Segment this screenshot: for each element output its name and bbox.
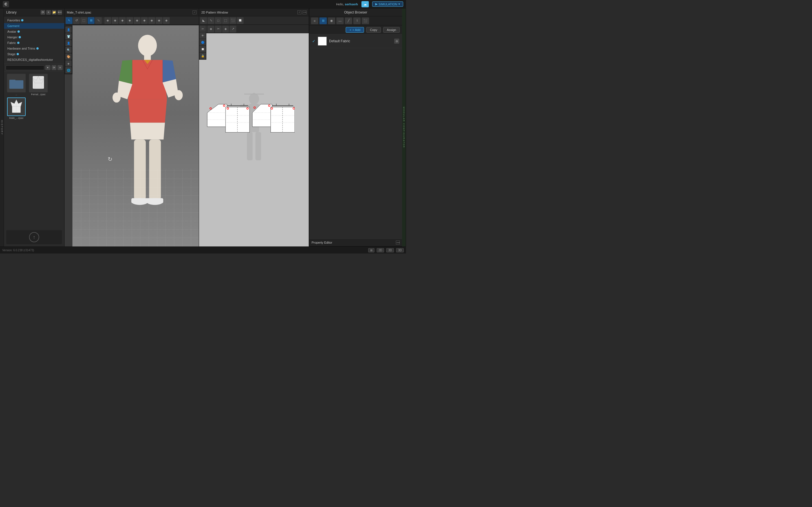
ob-import[interactable]: ⬛ — [362, 17, 369, 24]
library-folder-btn[interactable]: 📁 — [52, 10, 56, 15]
viewport-expand-btn[interactable]: ⤢ — [193, 10, 197, 14]
ob-separator1[interactable]: — — [336, 17, 344, 24]
tool-2[interactable]: ◈ — [112, 17, 118, 24]
fabric-item[interactable]: ✓ Default Fabric ⚙ — [309, 34, 402, 48]
pattern-expand-btn[interactable]: ⤢ — [297, 10, 301, 14]
list-view-btn[interactable]: ≡ — [57, 65, 63, 70]
ptool-5[interactable]: ⬛ — [230, 17, 236, 24]
sidebar-item-favorites[interactable]: Favorites — [4, 17, 64, 23]
tool-4[interactable]: ◈ — [126, 17, 133, 24]
tool-5[interactable]: ◈ — [134, 17, 140, 24]
ptool-23[interactable]: ✂ — [215, 25, 221, 33]
tool-rotate[interactable]: ↺ — [73, 17, 80, 24]
tool-select-rect[interactable]: ⬚ — [80, 17, 87, 24]
3d-btn-2[interactable]: 3D — [396, 248, 404, 252]
fabric-check: ✓ — [312, 39, 315, 43]
search-options-btn[interactable]: ▾ — [45, 65, 50, 70]
pattern-scene[interactable] — [199, 33, 309, 246]
refresh-btn[interactable]: ⟳ — [52, 65, 57, 70]
library-items: .. Femal...zpac — [4, 71, 64, 228]
3d-btn-1[interactable]: 3D — [386, 248, 394, 252]
svg-point-43 — [254, 107, 255, 108]
add-button[interactable]: + + Add — [346, 27, 364, 33]
upload-area[interactable]: ↑ — [6, 230, 62, 244]
tool-transform[interactable]: ⊞ — [88, 17, 94, 24]
upload-icon: ↑ — [29, 232, 39, 242]
fabric-name: Default Fabric — [329, 39, 392, 43]
ob-avatar-view[interactable]: ◉ — [328, 17, 335, 24]
ob-grid-view[interactable]: ⊞ — [319, 17, 327, 24]
vtool-4[interactable]: 🔍 — [65, 47, 71, 53]
library-sync-btn[interactable]: ⟳ — [41, 10, 45, 15]
sidebar-item-hanger[interactable]: Hanger — [4, 34, 64, 40]
library-title: Library — [6, 10, 17, 14]
library-header: Library ⟳ + 📁 ⟵ — [4, 8, 64, 16]
tool-select[interactable]: ↖ — [66, 17, 72, 24]
sidebar-item-hardware[interactable]: Hardware and Trims — [4, 46, 64, 51]
ptool-2[interactable]: ⤡ — [207, 17, 214, 24]
ptool-24[interactable]: ◈ — [222, 25, 229, 33]
pvtool-2[interactable]: 👁 — [200, 33, 206, 39]
hello-text: Hello, serhserh — [336, 3, 358, 6]
svg-rect-4 — [35, 83, 42, 89]
copy-button[interactable]: Copy — [366, 27, 381, 33]
simulation-button[interactable]: ▶ SIMULATION ▾ — [372, 1, 403, 7]
ptool-3[interactable]: □ — [215, 17, 221, 24]
tool-7[interactable]: ◈ — [148, 17, 155, 24]
cloud-icon[interactable]: ☁ — [361, 1, 369, 7]
ptool-25[interactable]: ↗ — [230, 25, 236, 33]
ptool-4[interactable]: ⬚ — [222, 17, 229, 24]
tool-6[interactable]: ◈ — [141, 17, 148, 24]
vtool-6[interactable]: ◈ — [65, 60, 71, 66]
tool-9[interactable]: ◈ — [163, 17, 170, 24]
tool-8[interactable]: ◈ — [156, 17, 162, 24]
pvtool-4[interactable]: 🔲 — [200, 46, 206, 52]
pvtool-5[interactable]: 🔒 — [200, 53, 206, 59]
sidebar-item-fabric[interactable]: Fabric — [4, 40, 64, 46]
ptool-22[interactable]: ◈ — [207, 25, 214, 33]
library-expand-btn[interactable]: ⟵ — [57, 10, 62, 15]
list-item-label: Male_...zpac — [9, 117, 23, 119]
tool-3[interactable]: ◈ — [119, 17, 126, 24]
svg-rect-6 — [12, 107, 20, 113]
sidebar-item-stage[interactable]: Stage — [4, 51, 64, 57]
sep1 — [103, 18, 103, 23]
pattern-sync-btn[interactable]: ⟶ — [303, 10, 306, 14]
tool-scale[interactable]: ⤡ — [95, 17, 102, 24]
list-item[interactable]: Male_...zpac — [6, 98, 27, 119]
ob-dash[interactable]: ╱ — [345, 17, 352, 24]
property-editor-divider: Property Editor ⟶ — [309, 238, 402, 246]
sidebar-item-garment[interactable]: Garment — [4, 23, 64, 29]
fabric-settings-btn[interactable]: ⚙ — [394, 39, 399, 44]
library-add-btn[interactable]: + — [46, 10, 51, 15]
sidebar-item-avatar[interactable]: Avatar — [4, 29, 64, 34]
property-editor-toggle[interactable]: ⟶ — [396, 240, 400, 244]
vtool-1[interactable]: 👤 — [65, 26, 71, 33]
status-right: ⊞ 2D 3D 3D — [368, 248, 404, 252]
tool-1[interactable]: ◈ — [104, 17, 111, 24]
ptool-6[interactable]: 🔲 — [237, 17, 244, 24]
vtool-2[interactable]: 👕 — [65, 33, 71, 40]
ptool-1[interactable]: ◣ — [200, 17, 207, 24]
scene-3d[interactable]: ↻ — [72, 25, 199, 246]
list-item[interactable]: Femal...zpac — [28, 74, 49, 96]
modular-configurator-sidebar: MODULAR CONFIGURATOR — [402, 8, 406, 246]
2d-btn[interactable]: 2D — [377, 248, 384, 252]
vtool-5[interactable]: 🎨 — [65, 54, 71, 60]
layout-btn[interactable]: ⊞ — [368, 248, 374, 252]
ob-actions: + + Add Copy Assign — [309, 25, 402, 34]
vtool-3[interactable]: 👤 — [65, 40, 71, 46]
pvtool-1[interactable]: ✂ — [200, 25, 206, 32]
list-item[interactable]: .. — [6, 74, 27, 96]
vtool-7[interactable]: 🌐 — [65, 67, 71, 73]
search-input[interactable] — [6, 65, 44, 70]
ob-text[interactable]: ⌇ — [353, 17, 361, 24]
pvtool-3[interactable]: 🔵 — [200, 39, 206, 45]
object-browser-header: Object Browser — [309, 8, 402, 16]
app-logo[interactable]: C — [3, 1, 9, 7]
sidebar-item-resources[interactable]: RESOURCES_digitalfashiontutor — [4, 57, 64, 62]
male-thumb — [7, 98, 26, 116]
assign-button[interactable]: Assign — [383, 27, 400, 33]
svg-point-8 — [138, 35, 157, 56]
ob-list-view[interactable]: ≡ — [311, 17, 318, 24]
